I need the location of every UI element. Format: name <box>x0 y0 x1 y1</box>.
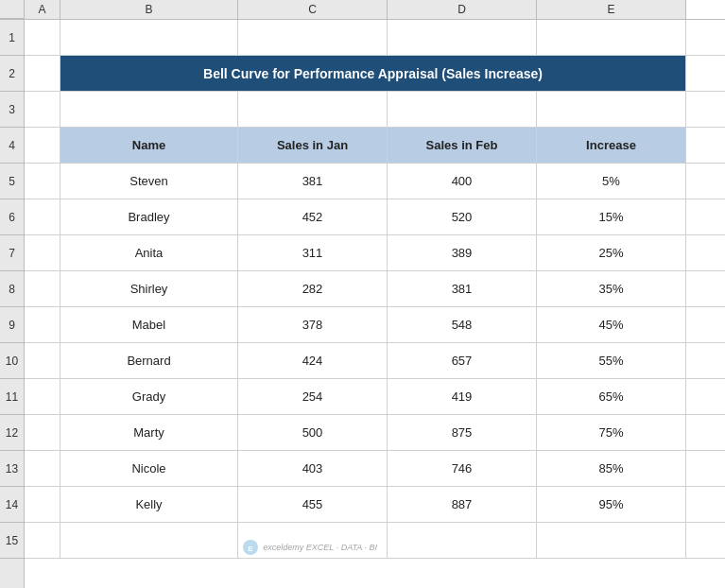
grid-content: Bell Curve for Performance Appraisal (Sa… <box>25 20 725 588</box>
row-num-13[interactable]: 13 <box>0 451 24 487</box>
cell-c12[interactable]: 500 <box>238 415 388 450</box>
grid-row-8: Shirley 282 381 35% <box>25 271 725 307</box>
grid-row-1 <box>25 20 725 56</box>
exceldemy-logo-icon: E <box>242 539 259 556</box>
cell-e9[interactable]: 45% <box>537 307 686 342</box>
cell-d14[interactable]: 887 <box>388 487 537 522</box>
cell-d7[interactable]: 389 <box>388 235 537 270</box>
row-num-11[interactable]: 11 <box>0 379 24 415</box>
cell-c10[interactable]: 424 <box>238 343 388 378</box>
cell-a10[interactable] <box>25 343 60 378</box>
cell-c6[interactable]: 452 <box>238 199 388 234</box>
cell-a12[interactable] <box>25 415 60 450</box>
cell-d5[interactable]: 400 <box>388 164 537 199</box>
cell-d9[interactable]: 548 <box>388 307 537 342</box>
cell-e1[interactable] <box>537 20 686 55</box>
header-sales-jan: Sales in Jan <box>238 128 388 163</box>
cell-c14[interactable]: 455 <box>238 487 388 522</box>
col-header-e[interactable]: E <box>537 0 686 19</box>
row-num-14[interactable]: 14 <box>0 487 24 523</box>
cell-b3[interactable] <box>60 92 238 127</box>
cell-e10[interactable]: 55% <box>537 343 686 378</box>
cell-e13[interactable]: 85% <box>537 451 686 486</box>
cell-e5[interactable]: 5% <box>537 164 686 199</box>
cell-a4[interactable] <box>25 128 60 163</box>
cell-b11[interactable]: Grady <box>60 379 238 414</box>
row-num-6[interactable]: 6 <box>0 199 24 235</box>
row-num-15[interactable]: 15 <box>0 523 24 559</box>
row-num-2[interactable]: 2 <box>0 56 24 92</box>
cell-c5[interactable]: 381 <box>238 164 388 199</box>
cell-d3[interactable] <box>388 92 537 127</box>
cell-a8[interactable] <box>25 271 60 306</box>
cell-b6[interactable]: Bradley <box>60 199 238 234</box>
cell-c15[interactable]: E exceldemy EXCEL · DATA · BI <box>238 523 388 558</box>
cell-b7[interactable]: Anita <box>60 235 238 270</box>
cell-d15[interactable] <box>388 523 537 558</box>
cell-d6[interactable]: 520 <box>388 199 537 234</box>
cell-b9[interactable]: Mabel <box>60 307 238 342</box>
cell-b12[interactable]: Marty <box>60 415 238 450</box>
cell-a6[interactable] <box>25 199 60 234</box>
cell-e11[interactable]: 65% <box>537 379 686 414</box>
cell-e8[interactable]: 35% <box>537 271 686 306</box>
cell-c7[interactable]: 311 <box>238 235 388 270</box>
cell-b14[interactable]: Kelly <box>60 487 238 522</box>
cell-e14[interactable]: 95% <box>537 487 686 522</box>
row-num-8[interactable]: 8 <box>0 271 24 307</box>
cell-c3[interactable] <box>238 92 388 127</box>
cell-b13[interactable]: Nicole <box>60 451 238 486</box>
svg-text:E: E <box>249 545 254 553</box>
cell-e6[interactable]: 15% <box>537 199 686 234</box>
cell-b8[interactable]: Shirley <box>60 271 238 306</box>
cell-a7[interactable] <box>25 235 60 270</box>
cell-c13[interactable]: 403 <box>238 451 388 486</box>
row-num-5[interactable]: 5 <box>0 164 24 199</box>
grid-row-13: Nicole 403 746 85% <box>25 451 725 487</box>
cell-a11[interactable] <box>25 379 60 414</box>
col-header-b[interactable]: B <box>60 0 238 19</box>
row-num-1[interactable]: 1 <box>0 20 24 56</box>
cell-b5[interactable]: Steven <box>60 164 238 199</box>
col-header-c[interactable]: C <box>238 0 388 19</box>
row-num-12[interactable]: 12 <box>0 415 24 451</box>
cell-a1[interactable] <box>25 20 60 55</box>
grid-row-4: Name Sales in Jan Sales in Feb Increase <box>25 128 725 164</box>
cell-b10[interactable]: Bernard <box>60 343 238 378</box>
grid-row-3 <box>25 92 725 128</box>
cell-a2[interactable] <box>25 56 60 91</box>
grid-row-10: Bernard 424 657 55% <box>25 343 725 379</box>
row-num-4[interactable]: 4 <box>0 128 24 164</box>
cell-a14[interactable] <box>25 487 60 522</box>
cell-e15[interactable] <box>537 523 686 558</box>
col-header-a[interactable]: A <box>25 0 60 19</box>
cell-c11[interactable]: 254 <box>238 379 388 414</box>
cell-a15[interactable] <box>25 523 60 558</box>
row-num-9[interactable]: 9 <box>0 307 24 343</box>
cell-e7[interactable]: 25% <box>537 235 686 270</box>
cell-e12[interactable]: 75% <box>537 415 686 450</box>
cell-b1[interactable] <box>60 20 238 55</box>
cell-c9[interactable]: 378 <box>238 307 388 342</box>
header-name: Name <box>60 128 238 163</box>
cell-d11[interactable]: 419 <box>388 379 537 414</box>
cell-d8[interactable]: 381 <box>388 271 537 306</box>
cell-d1[interactable] <box>388 20 537 55</box>
grid-area: 1 2 3 4 5 6 7 8 9 10 11 12 13 14 15 <box>0 20 725 588</box>
cell-a5[interactable] <box>25 164 60 199</box>
cell-c8[interactable]: 282 <box>238 271 388 306</box>
row-num-10[interactable]: 10 <box>0 343 24 379</box>
row-num-7[interactable]: 7 <box>0 235 24 271</box>
cell-a9[interactable] <box>25 307 60 342</box>
cell-e3[interactable] <box>537 92 686 127</box>
cell-b15[interactable] <box>60 523 238 558</box>
row-num-3[interactable]: 3 <box>0 92 24 128</box>
cell-a13[interactable] <box>25 451 60 486</box>
cell-d13[interactable]: 746 <box>388 451 537 486</box>
cell-a3[interactable] <box>25 92 60 127</box>
cell-d10[interactable]: 657 <box>388 343 537 378</box>
cell-d12[interactable]: 875 <box>388 415 537 450</box>
col-header-d[interactable]: D <box>388 0 537 19</box>
grid-row-6: Bradley 452 520 15% <box>25 199 725 235</box>
cell-c1[interactable] <box>238 20 388 55</box>
